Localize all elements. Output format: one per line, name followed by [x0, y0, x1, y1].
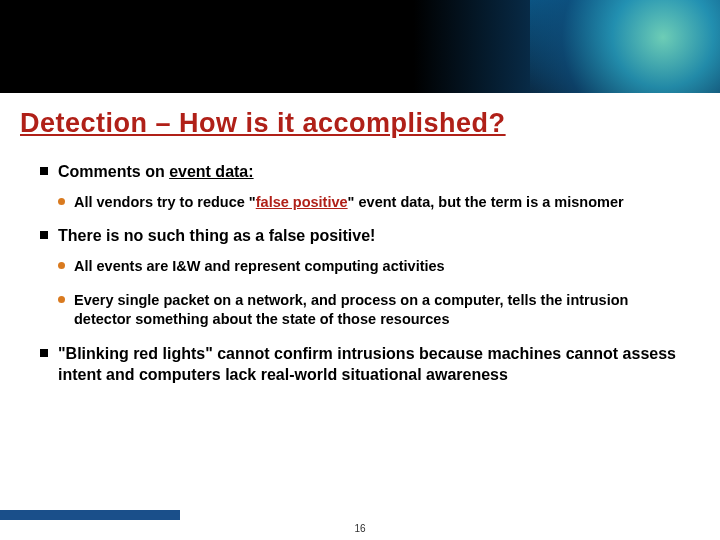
bullet-2b: Every single packet on a network, and pr… — [58, 291, 680, 330]
bullet-1a-post: " event data, but the term is a misnomer — [348, 194, 624, 210]
banner-fade — [0, 0, 530, 93]
slide-title: Detection – How is it accomplished? — [20, 108, 506, 139]
bullet-1-text: Comments on — [58, 163, 169, 180]
bullet-3: "Blinking red lights" cannot confirm int… — [40, 344, 680, 386]
bullet-2a: All events are I&W and represent computi… — [58, 257, 680, 277]
footer-bar — [0, 510, 720, 520]
bullet-1: Comments on event data: — [40, 162, 680, 183]
bullet-1a-pre: All vendors try to reduce " — [74, 194, 256, 210]
top-banner — [0, 0, 720, 93]
page-number: 16 — [0, 523, 720, 534]
bullet-1a: All vendors try to reduce "false positiv… — [58, 193, 680, 213]
slide-content: Comments on event data: All vendors try … — [40, 162, 680, 395]
bullet-1a-accent: false positive — [256, 194, 348, 210]
bullet-1-underline: event data: — [169, 163, 253, 180]
bullet-2: There is no such thing as a false positi… — [40, 226, 680, 247]
banner-graphic — [530, 0, 720, 93]
